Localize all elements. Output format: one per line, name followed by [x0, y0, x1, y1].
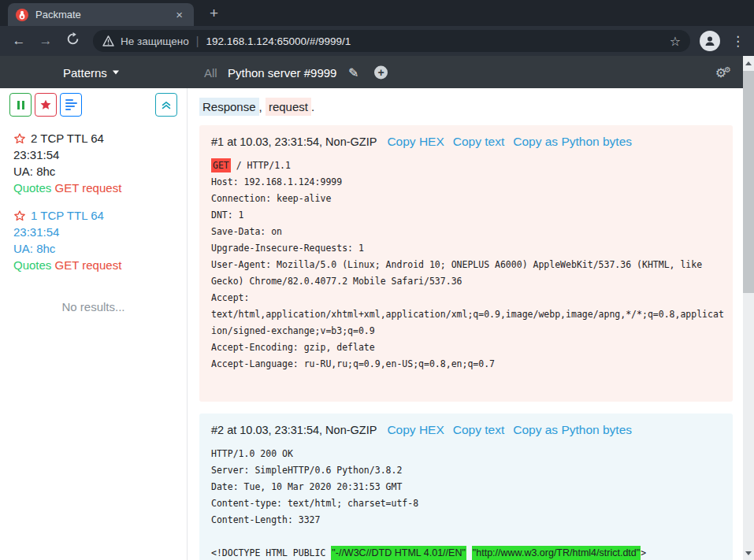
plain-text: / HTTP/1.1 [231, 160, 291, 171]
packet-card: #1 at 10.03, 23:31:54, Non-GZIP Copy HEX… [199, 125, 733, 402]
pause-icon [17, 101, 24, 109]
favorite-star-icon[interactable] [13, 210, 26, 222]
refresh-glyph [66, 32, 80, 46]
stream-tag: GET request [55, 258, 122, 272]
copy-action-link[interactable]: Copy text [453, 423, 504, 436]
sidebar-button-row [9, 93, 179, 117]
stream-list-item[interactable]: 2 TCP TTL 64 23:31:54 UA: 8hc Quotes GET… [0, 130, 187, 207]
plain-text: Content-type: text/html; charset=utf-8 [211, 498, 418, 509]
browser-tabbar: Packmate × + [0, 0, 754, 26]
plain-text [466, 547, 472, 558]
person-icon [704, 35, 716, 47]
url-separator: | [196, 35, 199, 47]
packet-title: #1 at 10.03, 23:31:54, Non-GZIP [211, 135, 377, 148]
tab-close-icon[interactable]: × [173, 7, 186, 22]
url-text: 192.168.1.124:65000/#/9999/1 [206, 35, 669, 47]
stream-item-ua: UA: 8hc [13, 240, 174, 257]
no-results-label: No results... [0, 300, 187, 313]
stream-sidebar: 2 TCP TTL 64 23:31:54 UA: 8hc Quotes GET… [0, 88, 188, 560]
not-secure-warning-icon[interactable] [102, 35, 114, 46]
copy-action-link[interactable]: Copy HEX [387, 135, 444, 148]
url-field[interactable]: Не защищено | 192.168.1.124:65000/#/9999… [93, 30, 690, 52]
plain-text: Accept-Language: ru-RU,ru;q=0.9,en-US;q=… [211, 358, 495, 369]
stream-tag: GET request [55, 181, 122, 195]
packet-actions: Copy HEXCopy textCopy as Python bytes [378, 135, 632, 149]
patterns-dropdown[interactable]: Patterns [63, 65, 119, 79]
back-icon[interactable]: ← [9, 33, 28, 49]
browser-addressbar: ← → Не защищено | 192.168.1.124:65000/#/… [0, 26, 754, 56]
plus-icon: + [374, 65, 388, 79]
plain-text: Accept-Encoding: gzip, deflate [211, 342, 375, 353]
highlighted-text: Response [199, 98, 259, 116]
stream-tag: Quotes [13, 258, 51, 272]
stream-item-ua: UA: 8hc [13, 163, 174, 180]
stream-item-time: 23:31:54 [13, 146, 174, 163]
collapse-sidebar-button[interactable] [155, 93, 177, 117]
patterns-label: Patterns [63, 65, 107, 79]
plain-text: Connection: keep-alive [211, 193, 331, 204]
plain-text: Upgrade-Insecure-Requests: 1 [211, 243, 364, 254]
packet-body: GET / HTTP/1.1 Host: 192.168.1.124:9999 … [211, 158, 721, 389]
stream-tags-line: Response, request. [199, 98, 733, 116]
plain-text: . [311, 100, 314, 113]
forward-icon[interactable]: → [36, 33, 55, 49]
stream-item-label: 1 TCP TTL 64 [31, 207, 104, 224]
plain-text: > [641, 547, 646, 558]
bookmark-star-icon[interactable]: ☆ [670, 34, 681, 49]
add-pattern-button[interactable]: + [374, 65, 388, 79]
packet-card: #2 at 10.03, 23:31:54, Non-GZIP Copy HEX… [199, 414, 733, 560]
packet-title: #2 at 10.03, 23:31:54, Non-GZIP [211, 424, 377, 436]
browser-chrome: Packmate × + ← → Не защищено | 192.168.1… [0, 0, 754, 56]
scrollbar-thumb[interactable] [743, 71, 754, 293]
highlighted-text: request [266, 98, 311, 116]
highlighted-text: "-//W3C//DTD HTML 4.01//EN" [331, 546, 466, 560]
align-left-icon [65, 99, 77, 110]
app-toolbar: Patterns All Python server #9999 ✎ + ⚙⚙ [0, 56, 754, 88]
stream-item-time: 23:31:54 [13, 224, 174, 240]
pause-capture-button[interactable] [9, 93, 32, 117]
refresh-icon[interactable] [63, 32, 82, 50]
scroll-down-arrow[interactable] [743, 547, 754, 558]
profile-avatar[interactable] [700, 31, 720, 51]
plain-text: text/html,application/xhtml+xml,applicat… [211, 309, 724, 320]
copy-action-link[interactable]: Copy as Python bytes [513, 135, 632, 148]
plain-text: Content-Length: 3327 [211, 514, 320, 525]
packet-list: #1 at 10.03, 23:31:54, Non-GZIP Copy HEX… [199, 125, 733, 560]
copy-action-link[interactable]: Copy HEX [387, 423, 444, 436]
view-mode-button[interactable] [60, 93, 82, 117]
browser-menu-icon[interactable]: ⋮ [731, 33, 745, 50]
stream-item-tags: Quotes GET request [13, 257, 174, 273]
chevrons-up-icon [161, 99, 172, 110]
packet-body: HTTP/1.0 200 OK Server: SimpleHTTP/0.6 P… [211, 446, 721, 560]
tab-all-patterns[interactable]: All [204, 65, 217, 79]
settings-gear-icon[interactable]: ⚙⚙ [715, 65, 731, 80]
plain-text: HTTP/1.0 200 OK [211, 448, 293, 459]
highlighted-text: "http://www.w3.org/TR/html4/strict.dtd" [472, 546, 641, 560]
plain-text: Accept: [211, 292, 249, 303]
highlighted-text: GET [211, 158, 231, 172]
plain-text: ion/signed-exchange;v=b3;q=0.9 [211, 325, 375, 336]
plain-text: Gecko) Chrome/82.0.4077.2 Mobile Safari/… [211, 276, 462, 287]
star-icon [39, 98, 52, 111]
stream-list-item[interactable]: 1 TCP TTL 64 23:31:54 UA: 8hc Quotes GET… [0, 207, 187, 284]
plain-text: <!DOCTYPE HTML PUBLIC [211, 547, 331, 558]
packet-header: #1 at 10.03, 23:31:54, Non-GZIP Copy HEX… [211, 135, 721, 149]
page-body: 2 TCP TTL 64 23:31:54 UA: 8hc Quotes GET… [0, 88, 743, 560]
plain-text: DNT: 1 [211, 210, 244, 221]
copy-action-link[interactable]: Copy as Python bytes [513, 423, 632, 436]
plain-text: Host: 192.168.1.124:9999 [211, 176, 342, 187]
copy-action-link[interactable]: Copy text [453, 135, 504, 148]
packet-actions: Copy HEXCopy textCopy as Python bytes [378, 423, 632, 437]
stream-item-tags: Quotes GET request [13, 180, 174, 196]
browser-tab[interactable]: Packmate × [8, 3, 194, 26]
favorites-filter-button[interactable] [35, 93, 57, 117]
scroll-up-arrow[interactable] [743, 57, 754, 69]
tab-title: Packmate [35, 9, 173, 20]
page-scrollbar[interactable] [743, 56, 754, 560]
favorite-star-icon[interactable] [13, 132, 26, 145]
edit-pattern-icon[interactable]: ✎ [348, 65, 358, 80]
plain-text: Save-Data: on [211, 226, 282, 237]
tab-current-pattern[interactable]: Python server #9999 [228, 65, 336, 79]
plain-text: Server: SimpleHTTP/0.6 Python/3.8.2 [211, 465, 402, 476]
new-tab-button[interactable]: + [203, 5, 225, 22]
